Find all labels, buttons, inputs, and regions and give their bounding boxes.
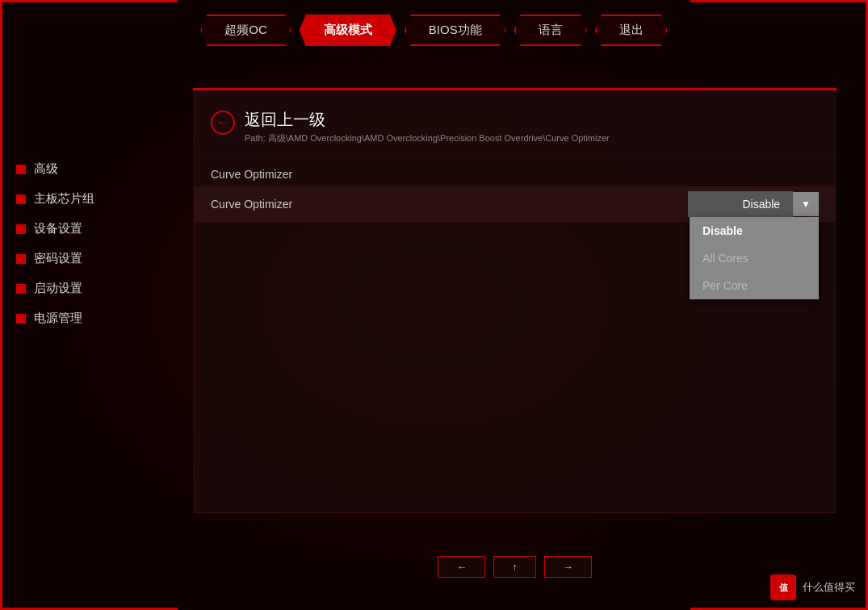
sidebar-item-启动设置[interactable]: 启动设置	[16, 281, 145, 296]
dropdown-option-Disable[interactable]: Disable	[690, 217, 819, 244]
sidebar-item-高级[interactable]: 高级	[16, 161, 145, 177]
watermark-text: 什么值得买	[803, 580, 855, 595]
back-button[interactable]: ←	[211, 111, 235, 135]
watermark-icon: 值	[770, 574, 796, 600]
nav-btn-退出[interactable]: 退出	[595, 15, 668, 46]
sidebar-item-label: 密码设置	[34, 251, 82, 266]
top-nav: 超频OC高级模式BIOS功能语言退出	[0, 15, 868, 46]
bottom-nav: ←↑→	[194, 556, 836, 578]
sidebar-item-label: 主板芯片组	[34, 191, 94, 207]
sidebar-dot	[16, 224, 26, 234]
sidebar-item-label: 高级	[34, 161, 58, 177]
sidebar-dot	[16, 194, 26, 204]
sidebar-item-主板芯片组[interactable]: 主板芯片组	[16, 191, 145, 207]
content-panel: ← 返回上一级 Path: 高级\AMD Overclocking\AMD Ov…	[194, 89, 836, 513]
corner-decoration-bl	[0, 513, 178, 610]
sidebar-item-label: 设备设置	[34, 221, 82, 236]
sidebar-item-label: 电源管理	[34, 311, 82, 326]
nav-btn-超频OC[interactable]: 超频OC	[200, 15, 291, 46]
main-content: ← 返回上一级 Path: 高级\AMD Overclocking\AMD Ov…	[194, 89, 836, 513]
nav-btn-语言[interactable]: 语言	[514, 15, 587, 46]
sidebar: 高级主板芯片组设备设置密码设置启动设置电源管理	[16, 113, 145, 497]
sidebar-dot	[16, 284, 26, 294]
left-border-line	[0, 97, 2, 513]
setting-label: Curve Optimizer	[211, 186, 688, 222]
dropdown-menu: DisableAll CoresPer Core	[690, 217, 819, 299]
section-label: Curve Optimizer	[195, 158, 835, 186]
nav-btn-高级模式[interactable]: 高级模式	[300, 15, 396, 46]
setting-value-container: Disable ▼ DisableAll CoresPer Core	[688, 191, 819, 217]
bottom-nav-btn-0[interactable]: ←	[438, 556, 485, 578]
bottom-nav-btn-2[interactable]: →	[544, 556, 592, 578]
sidebar-dot	[16, 254, 26, 264]
sidebar-dot	[16, 165, 26, 174]
back-path: Path: 高级\AMD Overclocking\AMD Overclocki…	[245, 132, 610, 144]
panel-header-bar	[193, 88, 837, 90]
bottom-nav-btn-1[interactable]: ↑	[493, 556, 536, 578]
back-text-block: 返回上一级 Path: 高级\AMD Overclocking\AMD Over…	[245, 109, 610, 144]
watermark: 值 什么值得买	[770, 574, 855, 600]
sidebar-item-密码设置[interactable]: 密码设置	[16, 251, 145, 266]
dropdown-arrow-button[interactable]: ▼	[793, 192, 819, 216]
dropdown-option-All Cores[interactable]: All Cores	[690, 244, 819, 272]
setting-row: Curve Optimizer Disable ▼ DisableAll Cor…	[195, 186, 835, 222]
dropdown-option-Per Core[interactable]: Per Core	[690, 272, 819, 299]
nav-btn-BIOS功能[interactable]: BIOS功能	[405, 15, 506, 46]
sidebar-item-设备设置[interactable]: 设备设置	[16, 221, 145, 236]
sidebar-dot	[16, 314, 26, 324]
dropdown-selected[interactable]: Disable	[688, 191, 793, 217]
sidebar-item-电源管理[interactable]: 电源管理	[16, 311, 145, 326]
sidebar-item-label: 启动设置	[34, 281, 82, 296]
back-title: 返回上一级	[245, 109, 610, 131]
back-row: ← 返回上一级 Path: 高级\AMD Overclocking\AMD Ov…	[195, 90, 835, 158]
